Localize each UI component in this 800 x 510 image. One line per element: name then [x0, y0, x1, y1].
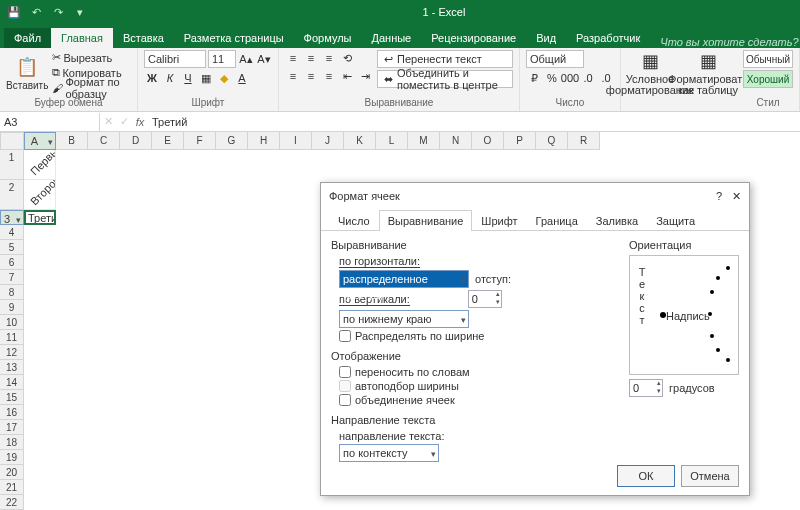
- wrap-text-button[interactable]: ↩Перенести текст: [377, 50, 513, 68]
- align-top-icon[interactable]: ≡: [285, 50, 301, 66]
- bold-button[interactable]: Ж: [144, 70, 160, 86]
- dec-inc-icon[interactable]: .0: [580, 70, 596, 86]
- textdir-select[interactable]: по контексту: [339, 444, 439, 462]
- col-header-O[interactable]: O: [472, 132, 504, 150]
- row-header-14[interactable]: 14: [0, 375, 24, 390]
- fill-color-button[interactable]: ◆: [216, 70, 232, 86]
- row-header-18[interactable]: 18: [0, 435, 24, 450]
- orientation-box[interactable]: Текст Надпись: [629, 255, 739, 375]
- tab-file[interactable]: Файл: [4, 28, 51, 48]
- dlg-tab-number[interactable]: Число: [329, 210, 379, 231]
- col-header-E[interactable]: E: [152, 132, 184, 150]
- col-header-H[interactable]: H: [248, 132, 280, 150]
- col-header-D[interactable]: D: [120, 132, 152, 150]
- dialog-close-icon[interactable]: ✕: [732, 190, 741, 203]
- row-header-13[interactable]: 13: [0, 360, 24, 375]
- redo-icon[interactable]: ↷: [50, 4, 66, 20]
- comma-icon[interactable]: 000: [562, 70, 578, 86]
- format-table-button[interactable]: ▦ Форматироватькак таблицу: [685, 50, 731, 96]
- row-header-9[interactable]: 9: [0, 300, 24, 315]
- dialog-help-icon[interactable]: ?: [716, 190, 722, 203]
- col-header-L[interactable]: L: [376, 132, 408, 150]
- dialog-titlebar[interactable]: Формат ячеек ? ✕: [321, 183, 749, 209]
- row-header-2[interactable]: 2: [0, 180, 24, 210]
- formula-input[interactable]: Третий: [148, 116, 800, 128]
- cell-a1[interactable]: Первый: [24, 150, 56, 180]
- vertical-select[interactable]: по нижнему краю: [339, 310, 469, 328]
- tab-data[interactable]: Данные: [361, 28, 421, 48]
- cell-a3-selected[interactable]: Третий: [24, 210, 56, 225]
- enter-icon[interactable]: ✓: [116, 114, 132, 130]
- col-header-N[interactable]: N: [440, 132, 472, 150]
- align-bottom-icon[interactable]: ≡: [321, 50, 337, 66]
- chk-distribute[interactable]: Распределять по ширине: [339, 330, 619, 342]
- save-icon[interactable]: 💾: [6, 4, 22, 20]
- style-good[interactable]: Хороший: [743, 70, 793, 88]
- undo-icon[interactable]: ↶: [28, 4, 44, 20]
- tab-review[interactable]: Рецензирование: [421, 28, 526, 48]
- indent-spinner[interactable]: 0: [468, 290, 502, 308]
- indent-inc-icon[interactable]: ⇥: [357, 68, 373, 84]
- row-header-19[interactable]: 19: [0, 450, 24, 465]
- tab-view[interactable]: Вид: [526, 28, 566, 48]
- col-header-K[interactable]: K: [344, 132, 376, 150]
- degrees-spinner[interactable]: 0: [629, 379, 663, 397]
- merge-center-button[interactable]: ⬌Объединить и поместить в центре: [377, 70, 513, 88]
- col-header-M[interactable]: M: [408, 132, 440, 150]
- format-painter-button[interactable]: 🖌Формат по образцу: [52, 80, 131, 95]
- cell-a2[interactable]: Второй: [24, 180, 56, 210]
- orientation-icon[interactable]: ⟲: [339, 50, 355, 66]
- shrink-font-icon[interactable]: A▾: [256, 51, 272, 67]
- align-left-icon[interactable]: ≡: [285, 68, 301, 84]
- font-name-combo[interactable]: Calibri: [144, 50, 206, 68]
- col-header-R[interactable]: R: [568, 132, 600, 150]
- row-header-11[interactable]: 11: [0, 330, 24, 345]
- cancel-icon[interactable]: ✕: [100, 114, 116, 130]
- cond-format-button[interactable]: ▦ Условноеформатирование: [627, 50, 673, 96]
- tab-layout[interactable]: Разметка страницы: [174, 28, 294, 48]
- chk-wrap[interactable]: переносить по словам: [339, 366, 619, 378]
- font-color-button[interactable]: A: [234, 70, 250, 86]
- row-header-8[interactable]: 8: [0, 285, 24, 300]
- grow-font-icon[interactable]: A▴: [238, 51, 254, 67]
- tell-me[interactable]: Что вы хотите сделать?: [650, 36, 798, 48]
- percent-icon[interactable]: %: [544, 70, 560, 86]
- row-header-1[interactable]: 1: [0, 150, 24, 180]
- ok-button[interactable]: ОК: [617, 465, 675, 487]
- align-center-icon[interactable]: ≡: [303, 68, 319, 84]
- italic-button[interactable]: К: [162, 70, 178, 86]
- row-header-5[interactable]: 5: [0, 240, 24, 255]
- cut-button[interactable]: ✂Вырезать: [52, 50, 131, 65]
- currency-icon[interactable]: ₽: [526, 70, 542, 86]
- col-header-A[interactable]: A: [24, 132, 56, 150]
- row-header-21[interactable]: 21: [0, 480, 24, 495]
- row-header-6[interactable]: 6: [0, 255, 24, 270]
- col-header-F[interactable]: F: [184, 132, 216, 150]
- row-header-20[interactable]: 20: [0, 465, 24, 480]
- dlg-tab-border[interactable]: Граница: [527, 210, 587, 231]
- row-header-16[interactable]: 16: [0, 405, 24, 420]
- row-header-22[interactable]: 22: [0, 495, 24, 510]
- font-size-combo[interactable]: 11: [208, 50, 236, 68]
- border-button[interactable]: ▦: [198, 70, 214, 86]
- col-header-J[interactable]: J: [312, 132, 344, 150]
- col-header-Q[interactable]: Q: [536, 132, 568, 150]
- tab-developer[interactable]: Разработчик: [566, 28, 650, 48]
- col-header-I[interactable]: I: [280, 132, 312, 150]
- dlg-tab-fill[interactable]: Заливка: [587, 210, 647, 231]
- dlg-tab-alignment[interactable]: Выравнивание: [379, 210, 473, 231]
- tab-insert[interactable]: Вставка: [113, 28, 174, 48]
- tab-formulas[interactable]: Формулы: [294, 28, 362, 48]
- col-header-C[interactable]: C: [88, 132, 120, 150]
- row-header-3[interactable]: 3: [0, 210, 24, 225]
- name-box[interactable]: A3: [0, 113, 100, 131]
- dlg-tab-protect[interactable]: Защита: [647, 210, 704, 231]
- row-header-7[interactable]: 7: [0, 270, 24, 285]
- col-header-G[interactable]: G: [216, 132, 248, 150]
- indent-dec-icon[interactable]: ⇤: [339, 68, 355, 84]
- number-format-combo[interactable]: Общий: [526, 50, 584, 68]
- tab-home[interactable]: Главная: [51, 28, 113, 48]
- row-header-17[interactable]: 17: [0, 420, 24, 435]
- row-header-12[interactable]: 12: [0, 345, 24, 360]
- col-header-B[interactable]: B: [56, 132, 88, 150]
